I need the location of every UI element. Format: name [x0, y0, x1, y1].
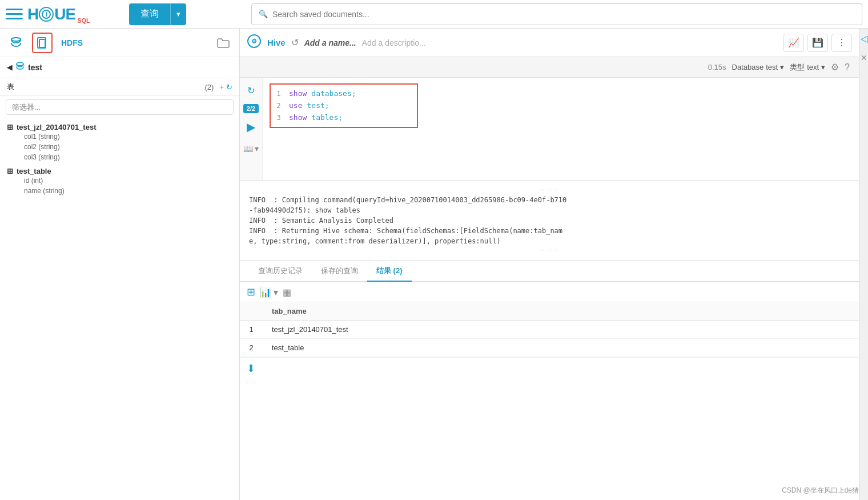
tables-count: (2)	[205, 83, 214, 91]
hamburger-menu[interactable]	[6, 6, 23, 23]
results-area: ⊞ 📊 ▾ ▦ tab_name 1 test_jzl_20140701_tes…	[240, 282, 859, 500]
table-row: 2 test_table	[240, 339, 859, 357]
tab-history[interactable]: 查询历史记录	[249, 261, 312, 282]
chevron-left-icon[interactable]: ◀	[7, 63, 12, 71]
logo-h: H	[27, 5, 38, 23]
svg-point-5	[17, 63, 23, 66]
chevron-down-icon: ▾	[780, 63, 784, 71]
code-kw-2: use	[289, 100, 302, 112]
watermark: CSDN @坐在风口上de猪	[782, 486, 859, 495]
tab-results[interactable]: 结果 (2)	[367, 261, 412, 282]
topbar-left: H i UE SQL 查询 ▾	[6, 3, 246, 25]
db-name: test	[28, 63, 42, 72]
col-2-2: name (string)	[7, 186, 232, 196]
db-icon	[15, 62, 25, 73]
log-line-4: INFO : Returning Hive schema: Schema(fie…	[249, 226, 850, 236]
logo-ue: UE	[54, 5, 75, 23]
database-value: test	[766, 63, 778, 71]
grid-view-icon[interactable]: ⊞	[247, 286, 255, 298]
editor-engine-title: Hive	[267, 38, 286, 47]
col-tab-name-header: tab_name	[263, 302, 859, 321]
help-icon[interactable]: ?	[845, 62, 850, 73]
table-list: ⊞ test_jzl_20140701_test col1 (string) c…	[0, 118, 239, 201]
type-selector[interactable]: 类型 text ▾	[790, 62, 825, 73]
code-line-2: 2 use test;	[276, 100, 411, 112]
chart-view-icon[interactable]: 📊 ▾	[260, 287, 278, 298]
table-name-1[interactable]: ⊞ test_jzl_20140701_test	[7, 123, 232, 131]
search-icon: 🔍	[259, 10, 268, 18]
grid-icon-2: ⊞	[7, 167, 13, 175]
query-dropdown-button[interactable]: ▾	[170, 3, 186, 25]
topbar: H i UE SQL 查询 ▾ 🔍	[0, 0, 868, 29]
hdfs-label[interactable]: HDFS	[58, 33, 86, 53]
exec-time: 0.15s	[708, 63, 726, 71]
editor-desc-field[interactable]: Add a descriptio...	[362, 38, 778, 47]
list-item: ⊞ test_jzl_20140701_test col1 (string) c…	[0, 121, 239, 165]
sidebar-folder-icon[interactable]	[213, 33, 234, 53]
right-edge-panel: ◁ ✕	[859, 29, 868, 500]
right-panel: ⚙ Hive ↺ Add a name... Add a descriptio.…	[240, 29, 859, 500]
search-bar: 🔍	[251, 3, 862, 25]
query-counter[interactable]: 2/2	[243, 104, 259, 113]
add-table-icon[interactable]: +	[219, 83, 224, 91]
right-edge-expand-icon[interactable]: ◁	[861, 33, 867, 44]
list-item: ⊞ test_table id (int) name (string)	[0, 165, 239, 198]
table-name-label-2: test_table	[17, 167, 51, 175]
code-line-3: 3 show tables;	[276, 112, 411, 124]
refresh-icon[interactable]: ↻	[226, 83, 232, 91]
code-val-1: databases;	[311, 88, 356, 100]
download-icon[interactable]: ⬇	[247, 362, 255, 375]
row-2-value: test_table	[263, 339, 859, 357]
log-area: — — — INFO : Compiling command(queryId=h…	[240, 181, 859, 261]
code-kw-1: show	[289, 88, 307, 100]
refresh-query-icon[interactable]: ↻	[243, 82, 259, 98]
code-editor[interactable]: 1 show databases; 2 use test; 3 show tab…	[263, 78, 859, 180]
table-name-2[interactable]: ⊞ test_table	[7, 167, 232, 175]
trending-button[interactable]: 📈	[783, 34, 804, 52]
type-chevron-icon: ▾	[821, 63, 825, 71]
database-label: Database	[732, 63, 764, 71]
book-icon[interactable]: 📖 ▾	[243, 141, 259, 157]
main-layout: HDFS ◀ test 表 (2) + ↻	[0, 29, 868, 500]
row-1-num: 1	[240, 321, 263, 339]
undo-icon[interactable]: ↺	[291, 37, 299, 48]
right-edge-close-icon[interactable]: ✕	[861, 53, 867, 62]
svg-text:i: i	[46, 11, 47, 18]
type-label: 类型	[790, 62, 805, 73]
search-input[interactable]	[272, 10, 855, 19]
sidebar: HDFS ◀ test 表 (2) + ↻	[0, 29, 240, 500]
log-drag-handle[interactable]: — — —	[249, 186, 850, 195]
grid-icon-1: ⊞	[7, 123, 13, 131]
table-view-icon[interactable]: ▦	[283, 287, 291, 298]
query-button[interactable]: 查询	[129, 3, 170, 25]
line-num-2: 2	[276, 100, 284, 112]
code-val-3: tables;	[311, 112, 343, 124]
filter-input[interactable]	[6, 99, 234, 115]
sql-label: SQL	[77, 17, 90, 24]
col-1-3: col3 (string)	[7, 152, 232, 162]
table-row: 1 test_jzl_20140701_test	[240, 321, 859, 339]
col-1-2: col2 (string)	[7, 142, 232, 152]
db-header: ◀ test	[0, 57, 239, 78]
col-num-header	[240, 302, 263, 321]
line-num-3: 3	[276, 112, 284, 124]
code-box: 1 show databases; 2 use test; 3 show tab…	[270, 83, 418, 128]
sidebar-documents-icon[interactable]	[32, 33, 53, 53]
line-num-1: 1	[276, 88, 284, 100]
tables-label: 表	[7, 82, 205, 92]
save-button[interactable]: 💾	[807, 34, 828, 52]
editor-name-field[interactable]: Add a name...	[304, 38, 356, 47]
type-value: text	[807, 63, 819, 71]
code-kw-3: show	[289, 112, 307, 124]
row-1-value: test_jzl_20140701_test	[263, 321, 859, 339]
log-drag-handle-bottom[interactable]: — — —	[249, 246, 850, 255]
tab-saved[interactable]: 保存的查询	[312, 261, 367, 282]
editor-area: ↻ 2/2 ▶ 📖 ▾ 1 show databases; 2 use test…	[240, 78, 859, 181]
run-query-button[interactable]: ▶	[243, 119, 259, 135]
settings-icon[interactable]: ⚙	[831, 62, 839, 73]
more-options-button[interactable]: ⋮	[831, 34, 852, 52]
sidebar-database-icon[interactable]	[6, 33, 26, 53]
svg-rect-4	[39, 39, 45, 47]
code-line-1: 1 show databases;	[276, 88, 411, 100]
database-selector[interactable]: Database test ▾	[732, 63, 785, 71]
